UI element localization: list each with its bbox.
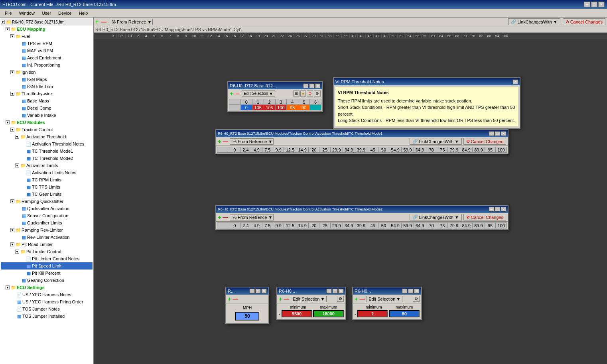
tc2-close[interactable]: ✕ <box>501 207 506 212</box>
tc-gear-max-val[interactable]: 80 <box>389 310 420 317</box>
tree-tps-vs-rpm[interactable]: ▦ TPS vs RPM <box>1 40 93 47</box>
vi-s-close[interactable]: ✕ <box>315 83 321 88</box>
expand-fuel[interactable]: ▼ <box>10 34 14 38</box>
expand-rqs[interactable]: ▼ <box>10 199 14 203</box>
expand-at[interactable]: ▼ <box>15 135 19 139</box>
cancel-changes-btn[interactable]: ⊘ Cancel Changes <box>563 18 605 25</box>
tree-us-firing[interactable]: ▦ US / YEC Harness Firing Order <box>1 298 93 305</box>
tree-map-vs-rpm[interactable]: ▦ MAP vs RPM <box>1 47 93 54</box>
tree-tc-mode1[interactable]: ▦ TC Threshold Mode1 <box>1 148 93 155</box>
tree-at-notes[interactable]: 📄 Activation Threshold Notes <box>1 140 93 148</box>
tree-plc[interactable]: ▼ 📁 Pit Limiter Control <box>1 248 93 255</box>
link-changes-btn[interactable]: 🔗 LinkChangesWith ▼ <box>508 18 560 25</box>
tree-ign-idle[interactable]: ▦ IGN Idle Trim <box>1 83 93 90</box>
tree-pit-kill[interactable]: ▦ Pit Kill Percent <box>1 270 93 277</box>
tree-us-notes[interactable]: 📄 US / YEC Harness Notes <box>1 291 93 298</box>
tree-tc-rpm[interactable]: ▦ TC RPM Limits <box>1 176 93 183</box>
vi-icon4[interactable]: ⚙ <box>314 91 321 96</box>
tree-inj[interactable]: ▦ Inj. Proportioning <box>1 61 93 69</box>
tc-gear-edit-sel[interactable]: Edit Selection ▼ <box>367 296 402 302</box>
tree-tos-notes[interactable]: 📄 TOS Jumper Notes <box>1 305 93 313</box>
tree-variable-intake[interactable]: ▦ Variable Intake <box>1 112 93 119</box>
tree-tc-gear[interactable]: ▦ TC Gear Limits <box>1 191 93 198</box>
tc2-cancel-btn[interactable]: ⊘ Cancel Changes <box>463 214 506 220</box>
menu-user[interactable]: User <box>39 10 54 16</box>
tc2-min[interactable]: ─ <box>489 207 494 212</box>
tc-gear-close[interactable]: ✕ <box>414 289 420 293</box>
tc1-cancel-btn[interactable]: ⊘ Cancel Changes <box>463 138 506 145</box>
tc-gear-icon[interactable]: ⚙ <box>413 296 420 302</box>
tree-plc-notes[interactable]: 📄 Pit Limiter Control Notes <box>1 255 93 262</box>
tc-gear-min-val[interactable]: 2 <box>357 310 388 317</box>
tc-rpm-max[interactable]: □ <box>332 289 338 293</box>
tree-base-maps[interactable]: ▦ Base Maps <box>1 97 93 104</box>
ps-value-input[interactable]: 50 <box>235 312 259 321</box>
expand-ecu-settings[interactable]: ▼ <box>6 285 10 289</box>
menu-window[interactable]: Window <box>16 10 38 16</box>
tc-gear-min[interactable]: ─ <box>402 289 408 293</box>
expand-tc[interactable]: ▼ <box>10 128 14 132</box>
tc-thresh1-titlebar[interactable]: R6-H0_RT2 Base 012715.ftm\ECU Modules\Tr… <box>216 130 508 137</box>
vi-cell[interactable]: 105 <box>252 105 264 110</box>
vi-icon2[interactable]: ● <box>300 91 306 96</box>
tree-tbw[interactable]: ▼ 📁 Throttle-by-wire <box>1 90 93 97</box>
tree-ign-maps[interactable]: ▦ IGN Maps <box>1 76 93 83</box>
tc-thresh2-titlebar[interactable]: R6-H0_RT2 Base 012715.ftm\ECU Modules\Tr… <box>216 206 508 213</box>
menu-device[interactable]: Device <box>55 10 75 16</box>
tree-pit-speed[interactable]: ▦ Pit Speed Limit <box>1 262 93 270</box>
tree-act-limits[interactable]: ▼ 📁 Activation Limits <box>1 162 93 169</box>
vi-icon1[interactable]: ⊞ <box>293 91 300 96</box>
tree-ecu-settings[interactable]: ▼ 📁 ECU Settings <box>1 284 93 291</box>
tree-prl[interactable]: ▼ 📁 Pit Road Limiter <box>1 241 93 248</box>
close-btn[interactable]: ✕ <box>598 2 605 7</box>
tc2-max[interactable]: □ <box>495 207 500 212</box>
minimize-btn[interactable]: ─ <box>584 2 590 7</box>
tc1-max[interactable]: □ <box>495 131 500 136</box>
expand-ecu-mapping[interactable]: ▼ <box>6 27 10 31</box>
tree-rqs[interactable]: ▼ 📁 Ramping Quickshifter <box>1 198 93 205</box>
tree-tc[interactable]: ▼ 📁 Traction Control <box>1 126 93 133</box>
tc1-ref-dropdown[interactable]: % From Refrence ▼ <box>230 138 274 145</box>
vi-cell[interactable]: 100 <box>275 105 287 110</box>
tree-tc-mode2[interactable]: ▦ TC Threshold Mode2 <box>1 155 93 162</box>
tc-rpm-max-val[interactable]: 18000 <box>313 310 344 317</box>
tree-accel[interactable]: ▦ Accel Enrichment <box>1 54 93 61</box>
tc2-link-btn[interactable]: 🔗 LinkChangesWith ▼ <box>410 214 462 220</box>
tree-ecu-modules[interactable]: ▼ 📁 ECU Modules <box>1 119 93 126</box>
expand-rrl[interactable]: ▼ <box>10 228 14 232</box>
vi-cell[interactable]: 90 <box>298 105 310 110</box>
vi-icon3[interactable]: ⊘ <box>307 91 313 96</box>
tree-tc-tps[interactable]: ▦ TC TPS Limits <box>1 183 93 191</box>
tree-ignition[interactable]: ▼ 📁 Ignition <box>1 69 93 76</box>
expand-prl[interactable]: ▼ <box>10 242 14 246</box>
expand-plc[interactable]: ▼ <box>15 250 19 254</box>
tree-root-item[interactable]: ▼ 📁 R6-H0_RT2 Base 012715.ftm <box>1 18 93 26</box>
tree-qs-limits[interactable]: ▦ Quckshifter Limits <box>1 219 93 226</box>
tc-gear-max[interactable]: □ <box>408 289 414 293</box>
vi-close-btn[interactable]: ✕ <box>512 79 518 84</box>
tree-gearing[interactable]: ▦ Gearing Correction <box>1 277 93 284</box>
vi-small-titlebar[interactable]: R6-H0_RT2 Base 012... ─ □ ✕ <box>228 82 322 89</box>
tree-al-notes[interactable]: 📄 Activation Limits Notes <box>1 169 93 176</box>
percent-ref-dropdown[interactable]: % From Refrence ▼ <box>109 19 153 25</box>
vi-cell[interactable]: 95 <box>287 105 298 110</box>
menu-file[interactable]: File <box>2 10 15 16</box>
tree-qs-activation[interactable]: ▦ Quckshifter Activation <box>1 205 93 212</box>
vi-notes-titlebar[interactable]: VI RPM Threshold Notes ✕ <box>334 78 520 85</box>
expand-root[interactable]: ▼ <box>1 20 5 24</box>
ps-titlebar[interactable]: R... ─ □ ✕ <box>226 287 268 295</box>
tc-rpm-min[interactable]: ─ <box>326 289 332 293</box>
tree-act-thresh[interactable]: ▼ 📁 Activation Threshold <box>1 133 93 140</box>
vi-s-max[interactable]: □ <box>309 83 315 88</box>
menu-help[interactable]: Help <box>76 10 91 16</box>
vi-cell[interactable]: 0 <box>240 105 252 110</box>
maximize-btn[interactable]: □ <box>591 2 597 7</box>
tc-rpm-icon[interactable]: ⚙ <box>337 296 344 302</box>
ps-min[interactable]: ─ <box>249 289 255 293</box>
tc1-close[interactable]: ✕ <box>501 131 506 136</box>
tree-ecu-mapping[interactable]: ▼ 📁 ECU Mapping <box>1 26 93 33</box>
tc-rpm-titlebar[interactable]: R6-H0... ─ □ ✕ <box>277 287 345 295</box>
tree-rrl[interactable]: ▼ 📁 Ramping Rev-Limiter <box>1 226 93 234</box>
ps-max[interactable]: □ <box>255 289 261 293</box>
expand-ign[interactable]: ▼ <box>10 70 14 74</box>
